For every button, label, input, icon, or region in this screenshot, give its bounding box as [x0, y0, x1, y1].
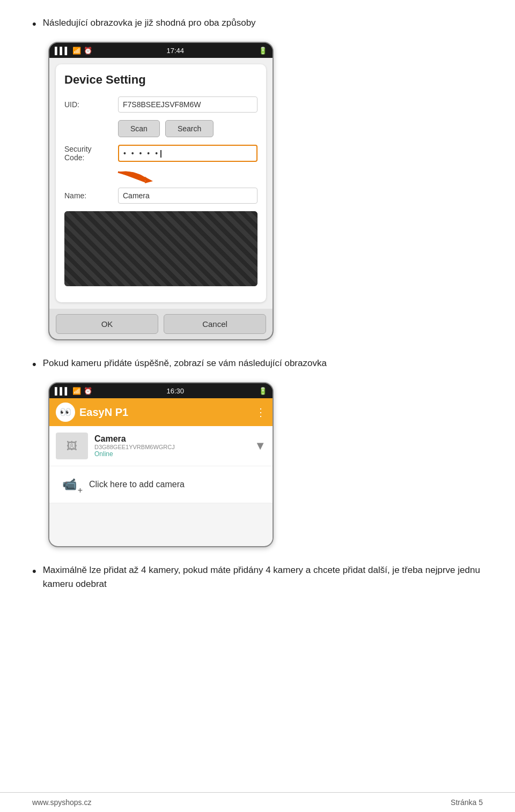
- camera-name: Camera: [94, 434, 248, 444]
- footer-url: www.spyshops.cz: [32, 798, 91, 807]
- arrow-area: [64, 169, 258, 185]
- video-camera-icon: 📹: [62, 478, 77, 491]
- easyn-screen: 🖼 Camera D3G88GEE1YVRBM6WGRCJ Online ▼ 📹…: [49, 426, 273, 546]
- bullet-dot-1: •: [32, 17, 36, 31]
- bullet-text-1: Následující obrazovka je již shodná pro …: [43, 16, 256, 30]
- add-camera-text: Click here to add camera: [89, 480, 185, 489]
- status-time-1: 17:44: [167, 47, 185, 55]
- camera-list-item[interactable]: 🖼 Camera D3G88GEE1YVRBM6WGRCJ Online ▼: [49, 426, 273, 466]
- signal-icon: ▌▌▌: [55, 47, 70, 55]
- wifi-icon-2: 📶: [72, 387, 81, 395]
- clock-icon-2: ⏰: [84, 387, 92, 395]
- security-dots: • • • • •: [123, 149, 159, 158]
- phone-screen-1: Device Setting UID: F7S8BSEEJSVF8M6W Sca…: [49, 58, 273, 309]
- security-row: Security Code: • • • • •: [64, 145, 258, 162]
- add-camera-row[interactable]: 📹 + Click here to add camera: [49, 466, 273, 503]
- easyn-title: EasyN P1: [79, 406, 251, 419]
- cancel-button[interactable]: Cancel: [164, 314, 266, 334]
- status-right-2: 🔋: [259, 387, 267, 395]
- search-button[interactable]: Search: [165, 120, 214, 137]
- battery-icon-2: 🔋: [259, 387, 267, 395]
- device-setting-card: Device Setting UID: F7S8BSEEJSVF8M6W Sca…: [56, 64, 266, 302]
- security-input[interactable]: • • • • •: [118, 145, 258, 162]
- name-input[interactable]: Camera: [118, 188, 258, 204]
- camera-thumbnail: 🖼: [56, 433, 88, 459]
- ok-button[interactable]: OK: [56, 314, 158, 334]
- clock-icon: ⏰: [84, 47, 92, 55]
- bullet-text-3: Maximálně lze přidat až 4 kamery, pokud …: [43, 563, 483, 591]
- page-footer: www.spyshops.cz Stránka 5: [0, 792, 515, 812]
- easyn-logo-icon: 👀: [60, 406, 71, 418]
- status-left-2: ▌▌▌ 📶 ⏰: [55, 387, 92, 395]
- camera-info: Camera D3G88GEE1YVRBM6WGRCJ Online: [94, 434, 248, 458]
- menu-dots-icon[interactable]: ⋮: [255, 406, 266, 419]
- security-label: Security Code:: [64, 145, 113, 162]
- empty-space: [49, 503, 273, 546]
- device-setting-title: Device Setting: [64, 73, 258, 87]
- bullet-dot-2: •: [32, 357, 36, 371]
- orange-arrow-icon: [113, 169, 156, 184]
- battery-icon: 🔋: [259, 47, 267, 55]
- status-bar-1: ▌▌▌ 📶 ⏰ 17:44 🔋: [49, 43, 273, 58]
- bullet-item-3: • Maximálně lze přidat až 4 kamery, poku…: [32, 563, 483, 591]
- uid-input[interactable]: F7S8BSEEJSVF8M6W: [118, 96, 258, 113]
- name-label: Name:: [64, 191, 113, 200]
- camera-thumb-icon: 🖼: [67, 440, 77, 452]
- camera-expand-icon[interactable]: ▼: [254, 439, 266, 453]
- camera-uid: D3G88GEE1YVRBM6WGRCJ: [94, 444, 248, 450]
- name-row: Name: Camera: [64, 188, 258, 204]
- cursor: [160, 150, 161, 158]
- wifi-icon: 📶: [72, 47, 81, 55]
- plus-icon: +: [78, 486, 83, 495]
- uid-label: UID:: [64, 100, 113, 109]
- phone-mockup-2: ▌▌▌ 📶 ⏰ 16:30 🔋 👀 EasyN P1 ⋮ 🖼: [48, 382, 274, 547]
- bullet-dot-3: •: [32, 564, 36, 578]
- bottom-buttons-1: OK Cancel: [49, 309, 273, 339]
- qr-pattern: [64, 211, 258, 286]
- easyn-logo: 👀: [56, 403, 75, 422]
- svg-marker-1: [145, 177, 153, 183]
- footer-page: Stránka 5: [451, 798, 483, 807]
- status-right-1: 🔋: [259, 47, 267, 55]
- phone-mockup-1: ▌▌▌ 📶 ⏰ 17:44 🔋 Device Setting UID: F7S8…: [48, 42, 274, 340]
- bullet-text-2: Pokud kameru přidáte úspěšně, zobrazí se…: [43, 356, 327, 370]
- camera-status: Online: [94, 450, 248, 458]
- status-bar-2: ▌▌▌ 📶 ⏰ 16:30 🔋: [49, 383, 273, 398]
- add-camera-icon: 📹 +: [56, 474, 83, 495]
- status-time-2: 16:30: [167, 387, 185, 395]
- bullet-item-1: • Následující obrazovka je již shodná pr…: [32, 16, 483, 31]
- status-left-1: ▌▌▌ 📶 ⏰: [55, 47, 92, 55]
- qr-scan-area: [64, 211, 258, 286]
- signal-icon-2: ▌▌▌: [55, 387, 70, 395]
- scan-button[interactable]: Scan: [118, 120, 160, 137]
- bullet-item-2: • Pokud kameru přidáte úspěšně, zobrazí …: [32, 356, 483, 371]
- easyn-header: 👀 EasyN P1 ⋮: [49, 398, 273, 426]
- scan-search-row: Scan Search: [118, 120, 258, 137]
- uid-row: UID: F7S8BSEEJSVF8M6W: [64, 96, 258, 113]
